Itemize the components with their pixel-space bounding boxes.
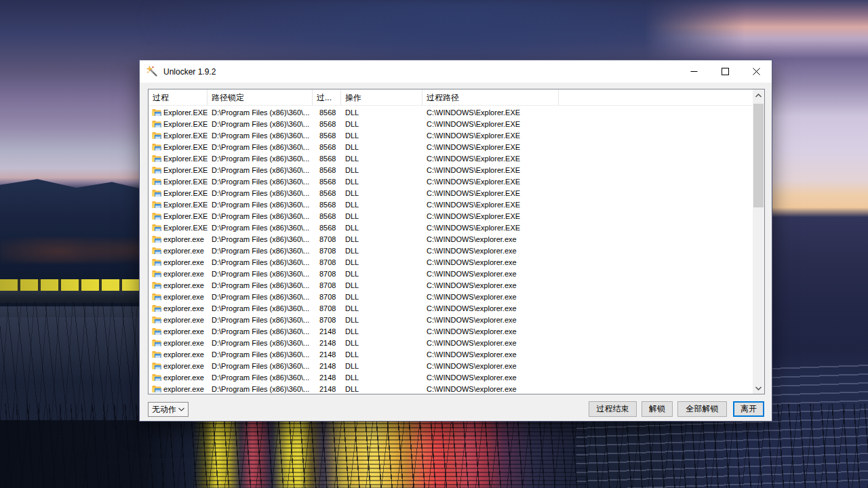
table-row[interactable]: explorer.exeD:\Program Files (x86)\360\.… xyxy=(149,337,753,348)
explorer-folder-icon xyxy=(152,362,161,370)
table-row[interactable]: explorer.exeD:\Program Files (x86)\360\.… xyxy=(149,314,753,325)
process-id: 8708 xyxy=(313,258,341,266)
close-button[interactable] xyxy=(741,60,772,83)
process-path: C:\WINDOWS\Explorer.EXE xyxy=(422,155,559,163)
process-id: 8708 xyxy=(313,247,341,255)
table-row[interactable]: Explorer.EXED:\Program Files (x86)\360\.… xyxy=(149,106,753,118)
process-id: 8708 xyxy=(313,316,341,324)
explorer-folder-icon xyxy=(152,373,161,382)
explorer-folder-icon xyxy=(152,189,161,197)
column-header-empty[interactable] xyxy=(559,89,753,105)
process-path: C:\WINDOWS\explorer.exe xyxy=(422,281,559,289)
process-path: C:\WINDOWS\Explorer.EXE xyxy=(422,166,559,174)
process-path: C:\WINDOWS\explorer.exe xyxy=(422,293,559,301)
maximize-button[interactable] xyxy=(709,60,741,83)
locked-path: D:\Program Files (x86)\360\... xyxy=(208,281,313,289)
table-rows: Explorer.EXED:\Program Files (x86)\360\.… xyxy=(149,106,753,394)
explorer-folder-icon xyxy=(152,224,161,232)
process-id: 8568 xyxy=(313,201,341,209)
process-name: explorer.exe xyxy=(163,247,204,255)
process-name: Explorer.EXE xyxy=(163,224,208,232)
table-row[interactable]: explorer.exeD:\Program Files (x86)\360\.… xyxy=(149,256,753,268)
explorer-folder-icon xyxy=(152,247,161,255)
column-header-locked-path[interactable]: 路径锁定 xyxy=(208,89,313,105)
operation: DLL xyxy=(341,281,422,289)
scroll-down-button[interactable] xyxy=(753,382,764,394)
minimize-button[interactable] xyxy=(678,60,709,83)
table-row[interactable]: Explorer.EXED:\Program Files (x86)\360\.… xyxy=(149,187,753,199)
column-header-process[interactable]: 过程 xyxy=(149,89,208,105)
table-row[interactable]: explorer.exeD:\Program Files (x86)\360\.… xyxy=(149,325,753,337)
process-path: C:\WINDOWS\Explorer.EXE xyxy=(422,189,559,197)
table-row[interactable]: Explorer.EXED:\Program Files (x86)\360\.… xyxy=(149,152,753,164)
table-row[interactable]: Explorer.EXED:\Program Files (x86)\360\.… xyxy=(149,118,753,129)
process-name: Explorer.EXE xyxy=(163,166,208,174)
process-name: explorer.exe xyxy=(163,281,204,289)
process-name: explorer.exe xyxy=(163,350,204,359)
table-row[interactable]: explorer.exeD:\Program Files (x86)\360\.… xyxy=(149,360,753,371)
locked-path: D:\Program Files (x86)\360\... xyxy=(208,155,313,163)
locked-path: D:\Program Files (x86)\360\... xyxy=(208,316,313,324)
table-row[interactable]: Explorer.EXED:\Program Files (x86)\360\.… xyxy=(149,222,753,233)
locked-path: D:\Program Files (x86)\360\... xyxy=(208,212,313,220)
process-name: Explorer.EXE xyxy=(163,212,208,220)
table-row[interactable]: Explorer.EXED:\Program Files (x86)\360\.… xyxy=(149,210,753,222)
explorer-folder-icon xyxy=(152,316,161,324)
action-dropdown-value: 无动作 xyxy=(152,404,176,415)
explorer-folder-icon xyxy=(152,304,161,312)
process-path: C:\WINDOWS\explorer.exe xyxy=(422,327,559,336)
column-header-operation[interactable]: 操作 xyxy=(341,89,422,105)
list-header: 过程 路径锁定 过... 操作 过程路径 xyxy=(149,89,753,106)
locked-path: D:\Program Files (x86)\360\... xyxy=(208,350,313,359)
close-icon xyxy=(753,68,760,75)
maximize-icon xyxy=(722,68,729,75)
table-row[interactable]: Explorer.EXED:\Program Files (x86)\360\.… xyxy=(149,176,753,187)
locked-path: D:\Program Files (x86)\360\... xyxy=(208,120,313,128)
table-row[interactable]: explorer.exeD:\Program Files (x86)\360\.… xyxy=(149,383,753,394)
table-row[interactable]: explorer.exeD:\Program Files (x86)\360\.… xyxy=(149,371,753,383)
table-row[interactable]: Explorer.EXED:\Program Files (x86)\360\.… xyxy=(149,141,753,152)
table-row[interactable]: explorer.exeD:\Program Files (x86)\360\.… xyxy=(149,348,753,360)
table-row[interactable]: explorer.exeD:\Program Files (x86)\360\.… xyxy=(149,233,753,245)
quit-button[interactable]: 离开 xyxy=(733,401,764,417)
table-row[interactable]: Explorer.EXED:\Program Files (x86)\360\.… xyxy=(149,199,753,210)
process-path: C:\WINDOWS\Explorer.EXE xyxy=(422,131,559,140)
operation: DLL xyxy=(341,212,422,220)
kill-process-button[interactable]: 过程结束 xyxy=(589,401,637,417)
process-id: 8568 xyxy=(313,224,341,232)
locked-path: D:\Program Files (x86)\360\... xyxy=(208,373,313,382)
process-id: 8708 xyxy=(313,281,341,289)
unlock-all-button[interactable]: 全部解锁 xyxy=(677,401,727,417)
locked-path: D:\Program Files (x86)\360\... xyxy=(208,201,313,209)
table-row[interactable]: explorer.exeD:\Program Files (x86)\360\.… xyxy=(149,291,753,302)
vertical-scrollbar[interactable] xyxy=(753,89,764,394)
title-bar[interactable]: Unlocker 1.9.2 xyxy=(140,60,772,83)
table-row[interactable]: explorer.exeD:\Program Files (x86)\360\.… xyxy=(149,268,753,279)
desktop: Unlocker 1.9.2 过程 路径锁定 过... 操作 过程路径 xyxy=(0,0,868,488)
table-row[interactable]: Explorer.EXED:\Program Files (x86)\360\.… xyxy=(149,129,753,141)
scrollbar-thumb[interactable] xyxy=(753,104,764,207)
column-header-process-path[interactable]: 过程路径 xyxy=(422,89,559,105)
table-row[interactable]: explorer.exeD:\Program Files (x86)\360\.… xyxy=(149,279,753,291)
unlock-button[interactable]: 解锁 xyxy=(642,401,673,417)
scroll-up-button[interactable] xyxy=(753,89,764,101)
process-id: 8568 xyxy=(313,143,341,151)
process-name: Explorer.EXE xyxy=(163,201,208,209)
process-path: C:\WINDOWS\Explorer.EXE xyxy=(422,224,559,232)
chevron-up-icon xyxy=(755,94,762,98)
explorer-folder-icon xyxy=(152,108,161,117)
table-row[interactable]: explorer.exeD:\Program Files (x86)\360\.… xyxy=(149,302,753,314)
table-row[interactable]: Explorer.EXED:\Program Files (x86)\360\.… xyxy=(149,164,753,176)
operation: DLL xyxy=(341,258,422,266)
locked-path: D:\Program Files (x86)\360\... xyxy=(208,143,313,151)
locked-path: D:\Program Files (x86)\360\... xyxy=(208,293,313,301)
process-name: explorer.exe xyxy=(163,258,204,266)
table-row[interactable]: explorer.exeD:\Program Files (x86)\360\.… xyxy=(149,245,753,256)
operation: DLL xyxy=(341,293,422,301)
column-header-pid[interactable]: 过... xyxy=(313,89,341,105)
action-dropdown[interactable]: 无动作 xyxy=(148,402,189,417)
process-name: explorer.exe xyxy=(163,339,204,347)
process-path: C:\WINDOWS\Explorer.EXE xyxy=(422,108,559,117)
explorer-folder-icon xyxy=(152,235,161,243)
process-id: 8708 xyxy=(313,293,341,301)
